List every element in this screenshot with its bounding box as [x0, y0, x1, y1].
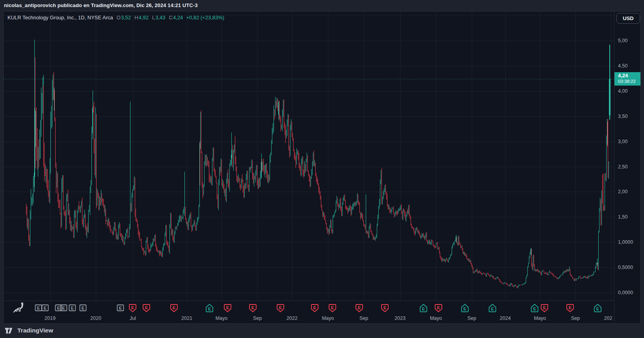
- earnings-icon-miss[interactable]: E: [355, 304, 363, 313]
- earnings-icon-beat[interactable]: E: [419, 304, 428, 313]
- time-axis-label: Sep: [458, 316, 486, 321]
- price-axis-label: 3,50: [618, 113, 627, 120]
- earnings-icon-flat[interactable]: E: [68, 304, 76, 313]
- time-axis-label: 2021: [173, 316, 201, 321]
- svg-text:E: E: [596, 306, 599, 311]
- svg-text:E: E: [491, 306, 494, 311]
- time-axis-label: Mayo: [208, 316, 235, 321]
- close-label: C: [169, 15, 173, 21]
- time-axis-label: Sep: [350, 316, 378, 321]
- price-axis-label: 1,0000: [618, 239, 633, 245]
- earnings-icon-miss[interactable]: E: [128, 304, 137, 313]
- tradingview-brand-label: TradingView: [17, 327, 53, 334]
- price-axis[interactable]: 4,24 03:38:22 5,004,504,003,503,002,502,…: [614, 11, 640, 301]
- chart-widget: KULR Technology Group, Inc., 1D, NYSE Ar…: [3, 11, 641, 324]
- time-axis-label: 2019: [36, 316, 64, 321]
- symbol-title: KULR Technology Group, Inc., 1D, NYSE Ar…: [7, 15, 113, 21]
- time-axis-label: Mayo: [422, 316, 450, 321]
- time-axis-label: 2020: [82, 316, 110, 321]
- candlestick-chart[interactable]: [4, 11, 614, 301]
- svg-text:E: E: [71, 306, 74, 310]
- svg-text:E: E: [145, 305, 148, 310]
- up-candles: [28, 39, 609, 288]
- close-value: 4,24: [173, 15, 183, 21]
- svg-text:E: E: [437, 305, 440, 310]
- svg-text:E: E: [119, 306, 122, 310]
- earnings-icon-miss[interactable]: E: [170, 304, 178, 313]
- time-axis-label: 2022: [278, 316, 306, 321]
- svg-text:E: E: [569, 305, 571, 310]
- price-axis-separator: [614, 11, 614, 323]
- published-by-header: nicolas_antiporovich publicado en Tradin…: [4, 2, 198, 8]
- high-value: 4,92: [139, 15, 149, 21]
- earnings-icon-miss[interactable]: E: [223, 304, 232, 313]
- dino-icon[interactable]: [12, 301, 26, 314]
- svg-text:E: E: [37, 306, 40, 310]
- svg-text:E: E: [279, 305, 282, 310]
- svg-text:E: E: [383, 305, 386, 310]
- earnings-icon-beat[interactable]: E: [530, 304, 539, 313]
- price-axis-label: 5,00: [618, 37, 627, 44]
- svg-text:E: E: [131, 305, 134, 310]
- price-axis-label: 4,00: [618, 88, 627, 94]
- time-axis-label: Mayo: [314, 316, 342, 321]
- svg-text:E: E: [358, 305, 361, 310]
- down-candles: [26, 57, 608, 288]
- bar-countdown: 03:38:22: [618, 79, 640, 84]
- svg-text:E: E: [208, 306, 211, 311]
- low-value: 3,43: [155, 15, 165, 21]
- svg-text:E: E: [543, 305, 546, 310]
- earnings-icon-flat[interactable]: E: [41, 304, 49, 313]
- price-axis-label: 1,50: [618, 214, 627, 220]
- svg-text:E: E: [463, 306, 466, 311]
- earnings-icon-miss[interactable]: E: [249, 304, 257, 313]
- earnings-icon-flat[interactable]: E: [79, 304, 87, 313]
- tradingview-snapshot-page: nicolas_antiporovich publicado en Tradin…: [0, 0, 644, 338]
- open-value: 3,52: [121, 15, 131, 21]
- earnings-icon-miss[interactable]: E: [276, 304, 285, 313]
- time-axis-label: 2023: [386, 316, 414, 321]
- open-label: O: [117, 15, 121, 21]
- svg-text:E: E: [226, 305, 229, 310]
- svg-text:E: E: [422, 306, 425, 311]
- time-axis-label: 202: [594, 316, 614, 321]
- earnings-icon-miss[interactable]: E: [434, 304, 443, 313]
- current-price-value: 4,24: [618, 72, 640, 79]
- high-label: H: [134, 15, 138, 21]
- time-axis[interactable]: 20192020Jul2021MayoSep2022MayoSep2023May…: [4, 301, 614, 323]
- earnings-icon-beat[interactable]: E: [594, 304, 602, 313]
- price-axis-label: 0,0000: [618, 289, 633, 296]
- earnings-icon-miss[interactable]: E: [142, 304, 151, 313]
- svg-text:E: E: [533, 306, 536, 311]
- earnings-icon-miss[interactable]: E: [328, 304, 337, 313]
- price-axis-label: 0,5000: [618, 264, 633, 271]
- earnings-icon-beat[interactable]: E: [205, 304, 214, 313]
- tradingview-brand-link[interactable]: TradingView: [5, 327, 53, 334]
- time-axis-label: Mayo: [526, 316, 554, 321]
- svg-text:E: E: [313, 305, 316, 310]
- earnings-icon-beat[interactable]: E: [461, 304, 469, 313]
- tradingview-logo-icon: [5, 327, 15, 334]
- price-axis-label: 2,00: [618, 189, 627, 195]
- svg-text:E: E: [62, 306, 65, 310]
- svg-text:E: E: [82, 306, 84, 310]
- time-axis-label: Jul: [119, 316, 147, 321]
- time-axis-label: Sep: [562, 316, 589, 321]
- price-axis-label: 2,50: [618, 164, 627, 170]
- current-price-badge: 4,24 03:38:22: [614, 72, 640, 86]
- svg-text:E: E: [173, 305, 175, 310]
- earnings-icon-miss[interactable]: E: [566, 304, 574, 313]
- earnings-icon-miss[interactable]: E: [381, 304, 389, 313]
- symbol-legend[interactable]: KULR Technology Group, Inc., 1D, NYSE Ar…: [7, 15, 224, 21]
- earnings-icon-miss[interactable]: E: [311, 304, 319, 313]
- price-axis-label: 4,50: [618, 63, 627, 69]
- earnings-icon-beat[interactable]: E: [488, 304, 497, 313]
- price-axis-label: 3,00: [618, 138, 627, 145]
- grid-lines: [4, 11, 614, 301]
- earnings-icon-flat[interactable]: E: [60, 304, 68, 313]
- time-axis-label: Sep: [244, 316, 271, 321]
- svg-text:E: E: [251, 305, 254, 310]
- earnings-icon-miss[interactable]: E: [540, 304, 549, 313]
- earnings-icon-flat[interactable]: E: [116, 304, 125, 313]
- svg-text:E: E: [331, 305, 334, 310]
